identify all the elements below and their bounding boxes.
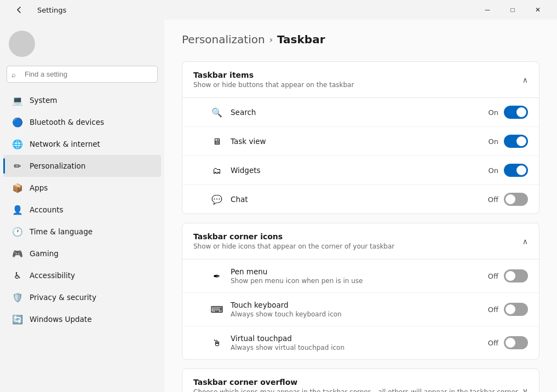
maximize-button[interactable]: □ bbox=[500, 1, 525, 19]
toggle-widgets[interactable] bbox=[504, 164, 528, 177]
section-title-taskbar-corner-overflow: Taskbar corner overflow bbox=[193, 378, 522, 387]
apps-icon: 📦 bbox=[12, 182, 23, 193]
sidebar-item-label-gaming: Gaming bbox=[30, 249, 59, 258]
toggle-chat[interactable] bbox=[504, 193, 528, 206]
sections-container: Taskbar items Show or hide buttons that … bbox=[182, 61, 539, 392]
system-icon: 💻 bbox=[12, 95, 23, 106]
sidebar-item-accessibility[interactable]: ♿ Accessibility bbox=[3, 264, 161, 286]
setting-row-inner-virtual-touchpad: 🖱 Virtual touchpad Always show virtual t… bbox=[211, 334, 344, 351]
back-button[interactable] bbox=[7, 1, 32, 19]
setting-label-task-view: Task view bbox=[231, 137, 266, 146]
pen-menu-icon: ✒️ bbox=[211, 270, 223, 282]
setting-status-widgets: On bbox=[489, 166, 498, 175]
setting-label-virtual-touchpad: Virtual touchpad bbox=[231, 334, 344, 343]
sidebar-item-bluetooth[interactable]: 🔵 Bluetooth & devices bbox=[3, 111, 161, 133]
bluetooth-icon: 🔵 bbox=[12, 117, 23, 128]
sidebar-item-gaming[interactable]: 🎮 Gaming bbox=[3, 243, 161, 264]
sidebar-nav: 💻 System 🔵 Bluetooth & devices 🌐 Network… bbox=[0, 89, 164, 330]
sidebar-item-label-bluetooth: Bluetooth & devices bbox=[30, 118, 104, 126]
toggle-virtual-touchpad[interactable] bbox=[504, 336, 528, 349]
setting-sublabel-pen-menu: Show pen menu icon when pen is in use bbox=[231, 277, 363, 285]
search-input[interactable] bbox=[7, 66, 158, 83]
widgets-icon: 🗂 bbox=[211, 164, 223, 176]
section-taskbar-corner-overflow: Taskbar corner overflow Choose which ico… bbox=[182, 368, 539, 392]
sidebar-item-label-privacy: Privacy & security bbox=[30, 293, 96, 302]
setting-status-task-view: On bbox=[489, 137, 498, 146]
sidebar-item-apps[interactable]: 📦 Apps bbox=[3, 177, 161, 199]
section-header-taskbar-corner-icons[interactable]: Taskbar corner icons Show or hide icons … bbox=[182, 223, 539, 260]
sidebar-item-update[interactable]: 🔄 Windows Update bbox=[3, 308, 161, 330]
sidebar-item-privacy[interactable]: 🛡️ Privacy & security bbox=[3, 286, 161, 308]
setting-status-touch-keyboard: Off bbox=[488, 305, 498, 314]
sidebar-item-personalization[interactable]: ✏️ Personalization bbox=[3, 155, 161, 177]
setting-sublabel-virtual-touchpad: Always show virtual touchpad icon bbox=[231, 344, 344, 351]
titlebar-left: Settings bbox=[7, 1, 66, 19]
setting-sublabel-touch-keyboard: Always show touch keyboard icon bbox=[231, 310, 342, 318]
section-title-taskbar-corner-icons: Taskbar corner icons bbox=[193, 232, 394, 241]
window-controls: ─ □ ✕ bbox=[475, 1, 550, 19]
section-chevron-taskbar-corner-overflow: ∨ bbox=[522, 387, 528, 393]
setting-label-pen-menu: Pen menu bbox=[231, 267, 363, 276]
breadcrumb-current: Taskbar bbox=[277, 33, 325, 46]
section-chevron-taskbar-corner-icons: ∧ bbox=[522, 237, 528, 246]
section-subtitle-taskbar-corner-overflow: Choose which icons may appear in the tas… bbox=[193, 388, 522, 392]
breadcrumb-arrow: › bbox=[269, 34, 273, 45]
avatar bbox=[9, 31, 35, 57]
setting-label-touch-keyboard: Touch keyboard bbox=[231, 301, 342, 309]
setting-status-pen-menu: Off bbox=[488, 272, 498, 280]
setting-status-search: On bbox=[489, 108, 498, 117]
toggle-pen-menu[interactable] bbox=[504, 269, 528, 283]
section-header-taskbar-corner-overflow[interactable]: Taskbar corner overflow Choose which ico… bbox=[182, 369, 539, 392]
breadcrumb-parent: Personalization bbox=[182, 33, 265, 46]
content-area: Personalization › Taskbar Taskbar items … bbox=[164, 20, 557, 392]
setting-label-chat: Chat bbox=[231, 195, 248, 204]
accounts-icon: 👤 bbox=[12, 204, 23, 215]
time-icon: 🕐 bbox=[12, 226, 23, 237]
section-header-taskbar-items[interactable]: Taskbar items Show or hide buttons that … bbox=[182, 62, 539, 98]
setting-row-inner-widgets: 🗂 Widgets bbox=[211, 164, 261, 176]
setting-label-widgets: Widgets bbox=[231, 166, 261, 175]
virtual-touchpad-icon: 🖱 bbox=[211, 337, 223, 349]
toggle-search[interactable] bbox=[504, 106, 528, 119]
section-taskbar-items: Taskbar items Show or hide buttons that … bbox=[182, 61, 539, 214]
app-title: Settings bbox=[37, 6, 66, 14]
setting-row-inner-search: 🔍 Search bbox=[211, 106, 256, 118]
gaming-icon: 🎮 bbox=[12, 248, 23, 259]
setting-status-chat: Off bbox=[488, 195, 498, 204]
sidebar-item-system[interactable]: 💻 System bbox=[3, 89, 161, 111]
sidebar-item-label-system: System bbox=[30, 96, 57, 105]
sidebar-item-label-update: Windows Update bbox=[30, 315, 91, 324]
section-subtitle-taskbar-corner-icons: Show or hide icons that appear on the co… bbox=[193, 243, 394, 250]
close-button[interactable]: ✕ bbox=[525, 1, 550, 19]
update-icon: 🔄 bbox=[12, 314, 23, 325]
section-chevron-taskbar-items: ∧ bbox=[522, 76, 528, 84]
toggle-touch-keyboard[interactable] bbox=[504, 303, 528, 316]
search-icon: 🔍 bbox=[211, 106, 223, 118]
setting-row-inner-task-view: 🖥 Task view bbox=[211, 135, 266, 147]
touch-keyboard-icon: ⌨️ bbox=[211, 303, 223, 315]
sidebar-item-label-accounts: Accounts bbox=[30, 205, 64, 214]
section-taskbar-corner-icons: Taskbar corner icons Show or hide icons … bbox=[182, 223, 539, 360]
sidebar-item-network[interactable]: 🌐 Network & internet bbox=[3, 133, 161, 155]
personalization-icon: ✏️ bbox=[12, 160, 23, 171]
setting-row-inner-pen-menu: ✒️ Pen menu Show pen menu icon when pen … bbox=[211, 267, 363, 285]
sidebar-item-label-network: Network & internet bbox=[30, 140, 100, 148]
setting-row-widgets: 🗂 Widgets On bbox=[182, 156, 539, 185]
section-subtitle-taskbar-items: Show or hide buttons that appear on the … bbox=[193, 81, 354, 89]
setting-status-virtual-touchpad: Off bbox=[488, 339, 498, 347]
sidebar-item-label-accessibility: Accessibility bbox=[30, 271, 75, 280]
toggle-task-view[interactable] bbox=[504, 135, 528, 148]
setting-row-task-view: 🖥 Task view On bbox=[182, 127, 539, 156]
network-icon: 🌐 bbox=[12, 139, 23, 149]
main-layout: ⌕ 💻 System 🔵 Bluetooth & devices 🌐 Netwo… bbox=[0, 20, 557, 392]
sidebar-item-label-personalization: Personalization bbox=[30, 162, 85, 170]
chat-icon: 💬 bbox=[211, 193, 223, 205]
minimize-button[interactable]: ─ bbox=[475, 1, 500, 19]
sidebar-item-accounts[interactable]: 👤 Accounts bbox=[3, 199, 161, 221]
sidebar-item-time[interactable]: 🕐 Time & language bbox=[3, 221, 161, 243]
setting-row-inner-chat: 💬 Chat bbox=[211, 193, 248, 205]
setting-row-search: 🔍 Search On bbox=[182, 98, 539, 127]
setting-label-search: Search bbox=[231, 108, 256, 117]
setting-row-virtual-touchpad: 🖱 Virtual touchpad Always show virtual t… bbox=[182, 326, 539, 359]
sidebar-item-label-apps: Apps bbox=[30, 183, 48, 192]
